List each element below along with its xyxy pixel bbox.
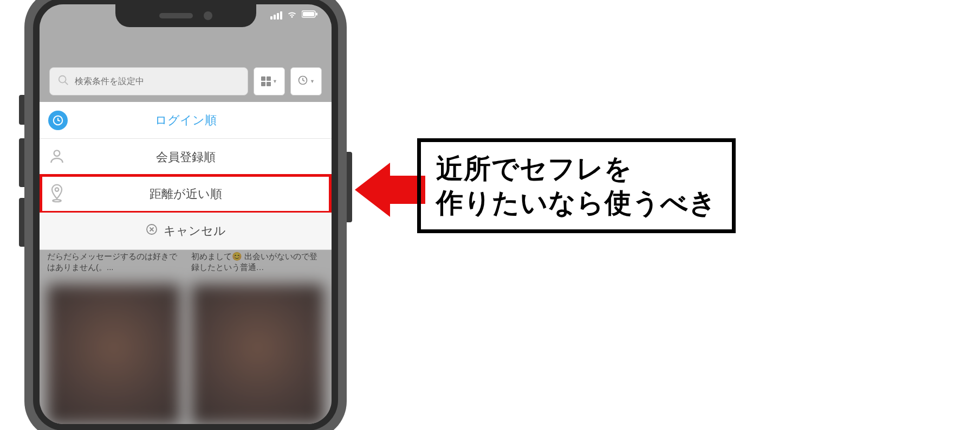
clock-icon	[48, 111, 68, 130]
phone-side-button	[19, 95, 24, 125]
phone-side-button	[347, 152, 352, 222]
svg-rect-2	[316, 13, 317, 16]
phone-side-button	[19, 198, 24, 247]
svg-point-3	[59, 76, 66, 83]
speaker-grille	[159, 13, 193, 18]
svg-point-9	[53, 200, 61, 202]
sort-toggle-button[interactable]: ▼	[290, 67, 322, 95]
callout-line-1: 近所でセフレを	[436, 153, 632, 184]
search-input[interactable]: 検索条件を設定中	[49, 67, 248, 95]
cancel-label: キャンセル	[164, 223, 226, 239]
sort-option-label: 距離が近い順	[81, 186, 323, 202]
chevron-down-icon: ▼	[310, 79, 315, 84]
arrow-head-icon	[355, 163, 390, 217]
callout-line-2: 作りたいなら使うべき	[436, 188, 717, 218]
sort-option-registration[interactable]: 会員登録順	[40, 139, 332, 176]
search-icon	[57, 74, 69, 88]
phone-notch	[115, 4, 256, 27]
signal-icon	[270, 11, 282, 20]
sort-cancel-button[interactable]: キャンセル	[40, 213, 332, 249]
sort-sheet: ログイン順 会員登録順	[40, 102, 332, 250]
close-icon	[145, 223, 158, 239]
svg-line-4	[65, 82, 68, 85]
phone-screen: だらだらメッセージするのは好きではありません(。... 初めまして😊 出会いがな…	[40, 4, 332, 424]
wifi-icon	[287, 10, 297, 21]
battery-icon	[302, 10, 318, 20]
location-pin-icon	[48, 183, 66, 205]
phone-bezel: だらだらメッセージするのは好きではありません(。... 初めまして😊 出会いがな…	[33, 0, 338, 430]
layout-toggle-button[interactable]: ▼	[254, 67, 285, 95]
search-placeholder-text: 検索条件を設定中	[75, 76, 144, 87]
search-toolbar: 検索条件を設定中 ▼ ▼	[49, 67, 322, 95]
status-bar	[270, 10, 318, 21]
person-icon	[48, 147, 66, 167]
sort-option-distance[interactable]: 距離が近い順	[40, 176, 332, 213]
phone-side-button	[19, 138, 24, 187]
phone-frame: だらだらメッセージするのは好きではありません(。... 初めまして😊 出会いがな…	[24, 0, 347, 430]
chevron-down-icon: ▼	[272, 79, 277, 84]
sort-option-label: 会員登録順	[81, 149, 323, 165]
annotation-arrow	[355, 163, 425, 217]
clock-icon	[297, 75, 308, 88]
svg-rect-1	[303, 12, 314, 16]
sort-option-login[interactable]: ログイン順	[40, 102, 332, 139]
annotation-callout: 近所でセフレを 作りたいなら使うべき	[417, 138, 736, 233]
sort-option-label: ログイン順	[81, 112, 323, 129]
grid-icon	[261, 76, 271, 86]
svg-point-7	[54, 150, 60, 156]
front-camera	[204, 11, 212, 20]
svg-point-8	[55, 188, 59, 191]
